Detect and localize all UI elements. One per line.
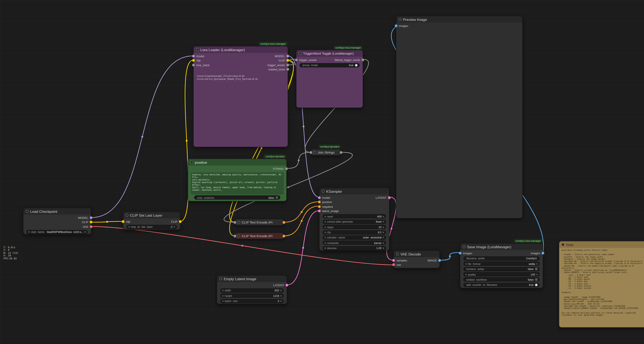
batch-size-widget[interactable]: ◀ batch_size 3 ▶ <box>220 299 284 303</box>
stepper-left-arrow-icon[interactable]: ◀ <box>324 216 326 218</box>
node-empty-latent-image[interactable]: Empty Latent Image LATENT ◀ width 832 ▶ … <box>217 275 287 304</box>
conditioning-port-dot[interactable] <box>318 205 321 208</box>
group-mode-toggle[interactable]: group_mode true <box>300 63 360 68</box>
widget-value[interactable]: 8.0 <box>378 231 382 234</box>
clip-port-dot[interactable] <box>122 220 124 223</box>
output-string[interactable]: STRING <box>273 166 286 171</box>
collapse-dot-icon[interactable] <box>126 214 128 217</box>
stepper-left-arrow-icon[interactable]: ◀ <box>465 273 466 275</box>
ckpt-name-widget[interactable]: ◀ ckpt_name ilwaiNSFWIllustrious_v110.s.… <box>26 230 88 234</box>
widget-value[interactable]: webp <box>528 262 535 265</box>
control-after-generate-widget[interactable]: ◀ control after generate fixed ▶ <box>322 220 386 224</box>
model-port-dot[interactable] <box>286 54 289 58</box>
toggle-knob-icon[interactable] <box>535 284 538 286</box>
clip-port-dot[interactable] <box>192 59 195 62</box>
node-titlebar[interactable]: Note <box>559 242 644 248</box>
vae-port-dot[interactable] <box>392 264 395 266</box>
input-positive[interactable]: positive <box>320 200 339 204</box>
link-midpoint-dot[interactable] <box>298 160 300 162</box>
string-port-dot[interactable] <box>361 58 364 62</box>
clip-port-dot[interactable] <box>179 220 182 223</box>
collapse-dot-icon[interactable] <box>322 190 324 193</box>
collapsed-input-dot[interactable] <box>309 151 312 154</box>
stepper-left-arrow-icon[interactable]: ◀ <box>128 226 130 228</box>
output-images[interactable]: images <box>531 251 543 255</box>
collapse-dot-icon[interactable] <box>190 161 193 164</box>
stepper-left-arrow-icon[interactable]: ◀ <box>222 290 223 292</box>
link-midpoint-dot[interactable] <box>186 140 188 142</box>
input-vae[interactable]: vae <box>394 262 407 267</box>
image-port-dot[interactable] <box>395 24 398 27</box>
string-port-dot[interactable] <box>295 58 298 62</box>
graph-canvas[interactable]: Load Checkpoint MODEL CLIP VAE ◀ ckpt_na… <box>0 0 644 344</box>
node-clip-text-encode-positive[interactable]: CLIP Text Encode (Pr <box>235 219 284 226</box>
combo-left-arrow-icon[interactable]: ◀ <box>324 221 326 223</box>
image-port-dot[interactable] <box>542 252 544 255</box>
widget-value[interactable]: ilwaiNSFWIllustrious_v110.s... <box>47 230 84 234</box>
image-port-dot[interactable] <box>438 259 441 262</box>
link-midpoint-dot[interactable] <box>106 221 108 223</box>
latent-port-dot[interactable] <box>318 210 321 213</box>
conditioning-port-dot[interactable] <box>318 201 321 204</box>
node-note[interactable]: Note Available filename_prefix Pattern C… <box>559 241 644 328</box>
node-titlebar[interactable]: KSampler <box>320 188 389 194</box>
stepper-right-arrow-icon[interactable]: ▶ <box>280 300 282 302</box>
scheduler-widget[interactable]: ◀ scheduler karras ▶ <box>322 241 386 245</box>
stepper-right-arrow-icon[interactable]: ▶ <box>174 226 175 228</box>
node-titlebar[interactable]: Load Checkpoint <box>24 208 91 214</box>
widget-value[interactable]: -2 <box>170 226 172 228</box>
input-model[interactable]: model <box>194 54 210 58</box>
input-samples[interactable]: samples <box>394 258 407 262</box>
stop-at-clip-layer-widget[interactable]: ◀ stop_at_clip_layer -2 ▶ <box>126 225 177 229</box>
node-titlebar[interactable]: Save Image (LoraManager) <box>460 244 543 250</box>
combo-right-arrow-icon[interactable]: ▶ <box>383 221 384 223</box>
output-model[interactable]: MODEL <box>275 54 288 58</box>
link-midpoint-dot[interactable] <box>142 136 143 138</box>
latent-port-dot[interactable] <box>286 284 288 287</box>
collapse-dot-icon[interactable] <box>237 234 240 237</box>
prompt-text-widget[interactable]: highres, very detailed, amazing quality,… <box>191 172 284 194</box>
collapse-dot-icon[interactable] <box>313 151 316 154</box>
link-midpoint-dot[interactable] <box>287 186 289 188</box>
widget-value[interactable]: 3 <box>278 300 279 302</box>
input-trigger-words[interactable]: trigger_words <box>296 58 316 62</box>
stepper-right-arrow-icon[interactable]: ▶ <box>280 295 282 297</box>
toggle-knob-icon[interactable] <box>355 64 358 66</box>
link-midpoint-dot[interactable] <box>449 256 451 258</box>
string-port-dot[interactable] <box>285 167 288 170</box>
input-clip[interactable]: clip <box>194 58 210 63</box>
collapse-dot-icon[interactable] <box>398 18 401 21</box>
link-midpoint-dot[interactable] <box>303 126 304 128</box>
node-positive-prompt[interactable]: comfyui-kjnodes positive STRING highres,… <box>188 159 287 201</box>
node-vae-decode[interactable]: VAE Decode samples vae IMAGE <box>393 250 440 268</box>
link-midpoint-dot[interactable] <box>301 220 303 222</box>
link-midpoint-dot[interactable] <box>302 247 304 249</box>
node-load-checkpoint[interactable]: Load Checkpoint MODEL CLIP VAE ◀ ckpt_na… <box>23 208 91 234</box>
lora-text-widget[interactable]: <lora:CreateConcept_Illustrious:0.8> <lo… <box>197 75 284 143</box>
link-midpoint-dot[interactable] <box>301 211 303 213</box>
node-titlebar[interactable]: positive <box>188 159 286 166</box>
quality-widget[interactable]: ◀ quality 100 ▶ <box>463 272 540 276</box>
node-titlebar[interactable]: Lora Loader (LoraManager) <box>194 46 288 53</box>
combo-right-arrow-icon[interactable]: ▶ <box>85 231 86 233</box>
node-save-image[interactable]: comfyui-lora-manager Save Image (LoraMan… <box>460 243 543 288</box>
stepper-right-arrow-icon[interactable]: ▶ <box>383 216 384 218</box>
combo-right-arrow-icon[interactable]: ▶ <box>536 263 538 265</box>
stepper-left-arrow-icon[interactable]: ◀ <box>324 231 326 233</box>
collapse-dot-icon[interactable] <box>237 221 240 224</box>
add-counter-to-filename-toggle[interactable]: add_counter_to_filename true <box>463 283 540 287</box>
toggle-knob-icon[interactable] <box>535 268 538 270</box>
link-midpoint-dot[interactable] <box>390 228 392 230</box>
collapse-dot-icon[interactable] <box>299 52 302 55</box>
output-model[interactable]: MODEL <box>78 216 91 220</box>
toggle-knob-icon[interactable] <box>276 196 278 199</box>
input-latent-image[interactable]: latent_image <box>320 209 339 213</box>
strip-newlines-toggle[interactable]: strip_newlines false <box>194 195 280 200</box>
node-preview-image[interactable]: Preview Image images <box>396 16 522 218</box>
steps-widget[interactable]: ◀ steps 20 ▶ <box>322 225 386 229</box>
output-latent[interactable]: LATENT <box>273 283 287 287</box>
link-midpoint-dot[interactable] <box>261 147 262 149</box>
combo-left-arrow-icon[interactable]: ◀ <box>465 263 466 265</box>
widget-value[interactable]: 832 <box>275 289 279 292</box>
output-clip[interactable]: CLIP <box>278 58 288 63</box>
